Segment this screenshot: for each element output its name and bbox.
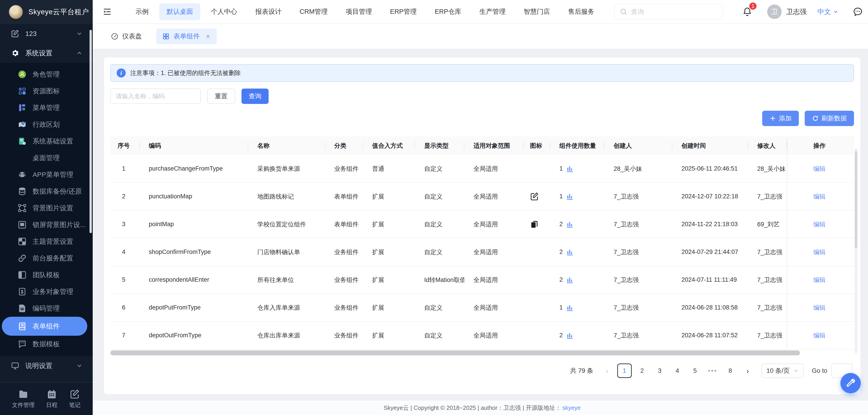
nav-item[interactable]: CRM管理	[292, 3, 335, 20]
bar-chart-icon[interactable]	[566, 332, 574, 340]
cell-category: 业务组件	[325, 266, 363, 293]
nav-item[interactable]: ERP管理	[382, 3, 424, 20]
page-number[interactable]: 2	[635, 364, 649, 378]
footer-link[interactable]: skyeye	[562, 404, 581, 411]
tab-item[interactable]: 仪表盘	[105, 29, 148, 44]
sidebar-item[interactable]: 表单组件	[2, 317, 87, 336]
nav-item[interactable]: 项目管理	[338, 3, 379, 20]
cell-usage: 2	[550, 266, 604, 293]
sidebar-item[interactable]: W编码管理	[2, 300, 87, 317]
nav-item[interactable]: 生产管理	[472, 3, 513, 20]
sidebar-item[interactable]: 前台服务配置	[2, 250, 87, 267]
cell-no: 3	[110, 211, 140, 238]
reset-button[interactable]: 重置	[207, 89, 235, 104]
hscroll-thumb[interactable]	[110, 350, 800, 355]
map-icon	[18, 120, 27, 129]
sidebar-item[interactable]: 角色管理	[2, 66, 87, 83]
sidebar-item[interactable]: 锁屏背景图片设...	[2, 216, 87, 233]
sidebar-item[interactable]: 行政区划	[2, 116, 87, 133]
cell-created: 2024-06-28 11:08:58	[673, 294, 748, 321]
vscroll-thumb[interactable]	[855, 151, 857, 248]
nav-item[interactable]: 默认桌面	[159, 3, 200, 20]
nav-item[interactable]: 报表设计	[248, 3, 289, 20]
sidebar-item[interactable]: APP菜单管理	[2, 166, 87, 183]
squares-icon	[18, 87, 27, 96]
database-icon	[18, 187, 27, 196]
page-number[interactable]: 3	[653, 364, 667, 378]
sidebar-group-explain-settings[interactable]: 说明设置	[0, 356, 93, 376]
nav-item[interactable]: 个人中心	[204, 3, 245, 20]
sidebar-item[interactable]: 系统基础设置	[2, 133, 87, 149]
page-number[interactable]: 1	[617, 364, 632, 378]
name-code-input[interactable]	[110, 89, 201, 104]
edit-link[interactable]: 编辑	[813, 165, 826, 173]
query-button[interactable]: 查询	[242, 89, 269, 104]
bar-chart-icon[interactable]	[566, 276, 574, 284]
settings-fab[interactable]	[840, 373, 861, 393]
sidebar-item[interactable]: 资源图标	[2, 83, 87, 99]
link-icon	[18, 254, 27, 263]
bar-chart-icon[interactable]	[566, 193, 574, 201]
sidebar-item[interactable]: 背景图片设置	[2, 200, 87, 216]
edit-link[interactable]: 编辑	[813, 220, 826, 229]
page-number[interactable]: 5	[688, 364, 702, 378]
edit-link[interactable]: 编辑	[813, 304, 826, 312]
tab-active[interactable]: 表单组件	[156, 29, 217, 44]
dock-item-note[interactable]: 笔记	[69, 389, 81, 409]
copy-icon	[530, 220, 539, 229]
language-switch[interactable]: 中文	[817, 7, 839, 16]
user-avatar[interactable]: 卫	[767, 4, 782, 19]
horizontal-scrollbar[interactable]	[110, 350, 854, 355]
sidebar-item[interactable]: 业务对象管理	[2, 283, 87, 300]
cell-created: 2025-06-11 20:46:51	[673, 155, 748, 182]
dock-item-label: 笔记	[69, 401, 81, 409]
sidebar-item[interactable]: 数据模板	[2, 336, 87, 352]
sidebar-workspace[interactable]: 123	[0, 24, 93, 43]
filter-row: 重置 查询	[110, 89, 854, 104]
logo-avatar	[8, 5, 23, 19]
prev-page-icon[interactable]: ‹	[601, 364, 613, 378]
sidebar-item[interactable]: 主题背景设置	[2, 233, 87, 250]
edit-link[interactable]: 编辑	[813, 332, 826, 340]
page-size-select[interactable]: 10 条/页	[762, 364, 804, 378]
search-input[interactable]	[631, 8, 717, 15]
dock-item-calendar[interactable]: 日程	[46, 389, 58, 409]
bar-chart-icon[interactable]	[566, 220, 574, 229]
notification-bell[interactable]: 1	[742, 6, 752, 17]
nav-item[interactable]: ERP仓库	[427, 3, 469, 20]
bar-chart-icon[interactable]	[566, 165, 574, 173]
cell-display_type: 自定义	[415, 211, 464, 238]
refresh-button[interactable]: 刷新数据	[805, 111, 854, 126]
sidebar-item[interactable]: 桌面管理	[2, 149, 87, 166]
pagination: 共 79 条 ‹ 12345•••8 › 10 条/页 Go to	[110, 364, 854, 378]
sidebar-item[interactable]: 团队模板	[2, 267, 87, 283]
nav-item[interactable]: 示例	[128, 3, 156, 20]
bar-chart-icon[interactable]	[566, 304, 574, 312]
menu-fold-icon[interactable]	[102, 7, 112, 16]
edit-link[interactable]: 编辑	[813, 193, 826, 201]
sidebar-group-system-settings[interactable]: 系统设置	[0, 43, 93, 63]
message-bubble-icon[interactable]	[852, 6, 863, 17]
page-number[interactable]: 8	[723, 364, 738, 378]
sidebar-item[interactable]: 菜单管理	[2, 99, 87, 116]
edit-link[interactable]: 编辑	[813, 276, 826, 284]
action-row: 添加 刷新数据	[110, 111, 854, 126]
edit-link[interactable]: 编辑	[813, 248, 826, 256]
next-page-icon[interactable]: ›	[742, 364, 754, 378]
cell-usage: 1	[550, 294, 604, 321]
no-icon	[18, 153, 27, 163]
sidebar-item[interactable]: 数据库备份/还原	[2, 183, 87, 200]
user-name[interactable]: 卫志强	[786, 7, 806, 16]
nav-item[interactable]: 售后服务	[560, 3, 602, 20]
vertical-scrollbar[interactable]	[855, 148, 858, 353]
add-button[interactable]: 添加	[762, 111, 799, 126]
sidebar-scrollbar[interactable]	[90, 30, 92, 233]
page-number[interactable]: 4	[670, 364, 685, 378]
table-row: 6depotPutFromType仓库入库单来源业务组件扩展自定义全局适用17_…	[110, 294, 854, 322]
top-search[interactable]	[614, 4, 723, 20]
dock-item-folder[interactable]: 文件管理	[12, 389, 35, 409]
cell-scope: 全局适用	[464, 183, 524, 210]
nav-item[interactable]: 智慧门店	[516, 3, 557, 20]
cell-icon	[524, 155, 550, 182]
bar-chart-icon[interactable]	[566, 248, 574, 256]
